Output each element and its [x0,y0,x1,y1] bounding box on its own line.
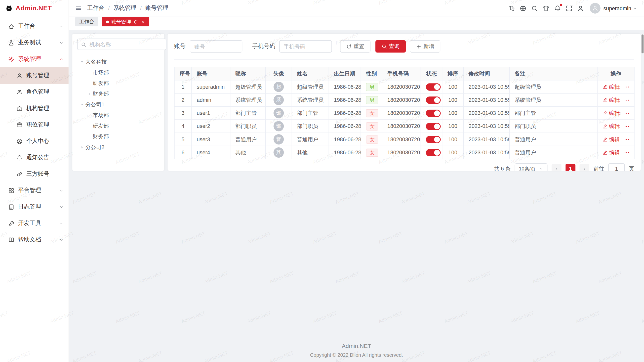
refresh-icon[interactable] [134,20,138,24]
table-row: 3user1部门主管部部门主管1986-06-28女18020030720100… [174,107,634,120]
row-more-button[interactable] [624,137,630,142]
sidebar-item-profile[interactable]: 个人中心 [0,133,69,149]
page-size-select[interactable]: 10条/页 [515,163,547,171]
breadcrumb-item-workbench[interactable]: 工作台 [87,5,104,12]
sidebar-item-position[interactable]: 职位管理 [0,117,69,133]
row-more-button[interactable] [624,150,630,155]
account-icon[interactable] [577,5,584,12]
chevron-down-icon [59,205,64,209]
sidebar-item-account[interactable]: 账号管理 [0,67,69,84]
close-icon[interactable] [140,20,145,24]
edit-button[interactable]: 编辑 [602,96,620,104]
reset-button[interactable]: 重置 [340,40,371,53]
status-toggle[interactable] [426,136,441,143]
goto-page-input[interactable] [608,163,625,171]
cell-no: 3 [174,107,192,120]
page-number-button[interactable]: 1 [566,164,575,171]
username[interactable]: superadmin [603,5,631,11]
tree-node-label: 财务部 [93,133,109,140]
tree-node[interactable]: 财务部 [77,131,159,142]
add-button[interactable]: 新增 [410,40,440,53]
search-button[interactable]: 查询 [375,40,406,53]
tab-workbench[interactable]: 工作台 [75,17,98,26]
caret-right-icon[interactable] [86,91,93,97]
cell-account: user2 [192,120,230,133]
row-more-button[interactable] [624,97,630,103]
sidebar-item-notice[interactable]: 通知公告 [0,149,69,166]
tree-node[interactable]: 市场部 [77,67,159,78]
tree-node[interactable]: 分公司2 [77,142,159,153]
cell-sort: 100 [442,133,464,146]
prev-page-button[interactable] [552,164,561,171]
sidebar-item-dev-tools[interactable]: 开发工具 [0,215,69,232]
status-toggle[interactable] [426,83,441,90]
status-toggle[interactable] [426,122,441,130]
gender-tag: 女 [366,122,378,130]
edit-button[interactable]: 编辑 [602,136,620,143]
cell-phone: 18020030720 [382,133,421,146]
sidebar-item-label: 系统管理 [18,55,59,63]
cell-nickname: 超级管理员 [230,80,265,93]
avatar: 部 [273,121,284,131]
tree-node[interactable]: 分公司1 [77,99,159,110]
theme-icon[interactable] [543,5,550,12]
phone-filter-input[interactable] [279,40,332,53]
logo[interactable]: Admin.NET [0,0,69,16]
org-search-input[interactable] [89,41,163,48]
column-header: 昵称 [230,67,265,80]
tree-node[interactable]: 大名科技 [77,57,159,67]
status-toggle[interactable] [426,149,441,156]
edit-button[interactable]: 编辑 [602,149,620,156]
edit-button[interactable]: 编辑 [602,122,620,130]
tree-node[interactable]: 财务部 [77,89,159,99]
edit-button[interactable]: 编辑 [602,83,620,90]
search-icon[interactable] [531,5,538,12]
tree-node[interactable]: 研发部 [77,78,159,88]
cell-actions: 编辑 [597,80,634,93]
user-avatar[interactable] [590,3,600,13]
row-more-button[interactable] [624,123,630,129]
cell-sort: 100 [442,120,464,133]
edit-button-label: 编辑 [609,109,620,117]
chevron-down-icon[interactable] [633,6,637,11]
caret-down-icon[interactable] [79,101,85,108]
sidebar-item-workbench[interactable]: 工作台 [0,18,69,34]
sidebar-item-platform[interactable]: 平台管理 [0,182,69,199]
column-header: 排序 [442,67,464,80]
sidebar-item-org[interactable]: 机构管理 [0,100,69,116]
breadcrumb-item-system[interactable]: 系统管理 [113,5,136,12]
sidebar-item-role[interactable]: 角色管理 [0,84,69,100]
cell-account: superadmin [192,80,230,93]
edit-button-label: 编辑 [609,149,620,156]
tree-node[interactable]: 市场部 [77,110,159,121]
language-icon[interactable] [519,5,527,12]
cell-account: admin [192,93,230,106]
menu-toggle-icon[interactable] [75,5,82,12]
sidebar-item-log[interactable]: 日志管理 [0,199,69,215]
status-toggle[interactable] [426,109,441,117]
edit-button[interactable]: 编辑 [602,109,620,117]
tree-node[interactable]: 研发部 [77,121,159,131]
row-more-button[interactable] [624,110,630,116]
tab-account-management[interactable]: 账号管理 [102,17,149,26]
scrollbar-thumb[interactable] [641,34,643,53]
sidebar-item-label: 角色管理 [26,88,64,96]
caret-right-icon[interactable] [79,144,85,151]
next-page-button[interactable] [580,164,589,171]
sidebar-item-third-party[interactable]: 三方账号 [0,166,69,182]
sidebar-item-business-test[interactable]: 业务测试 [0,34,69,51]
account-filter-input[interactable] [190,40,242,53]
sidebar-item-help-docs[interactable]: 帮助文档 [0,232,69,248]
notice-icon [16,155,22,161]
sidebar: Admin.NET 工作台业务测试系统管理账号管理角色管理机构管理职位管理个人中… [0,0,69,362]
status-toggle[interactable] [426,96,441,104]
font-size-icon[interactable] [508,5,515,12]
cell-gender: 女 [361,146,382,159]
caret-down-icon[interactable] [79,59,85,65]
row-more-button[interactable] [624,84,630,90]
fullscreen-icon[interactable] [566,5,573,12]
column-header: 状态 [421,67,442,80]
notification-bell-icon[interactable] [554,5,561,12]
sidebar-item-system-management[interactable]: 系统管理 [0,51,69,67]
column-header: 性别 [361,67,382,80]
